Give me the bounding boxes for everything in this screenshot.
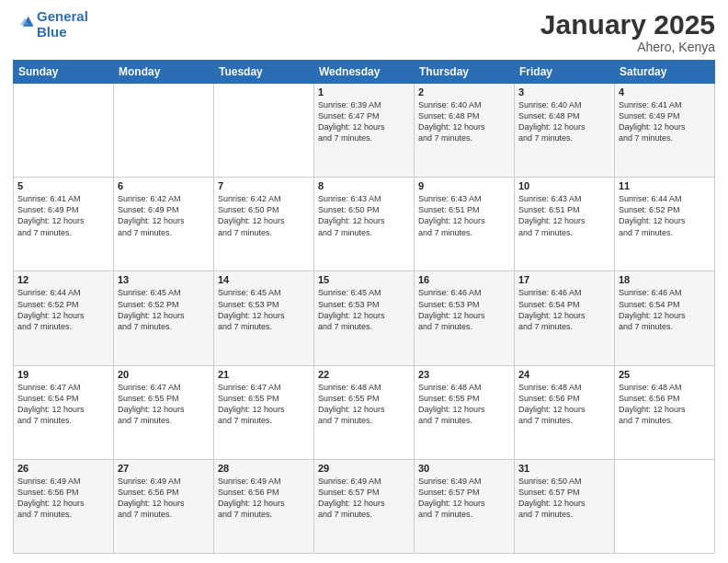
week-row-1: 5Sunrise: 6:41 AM Sunset: 6:49 PM Daylig…: [14, 178, 715, 271]
day-info: Sunrise: 6:40 AM Sunset: 6:48 PM Dayligh…: [418, 99, 510, 144]
day-cell-4-6: [615, 459, 715, 553]
day-info: Sunrise: 6:45 AM Sunset: 6:53 PM Dayligh…: [318, 287, 410, 332]
day-info: Sunrise: 6:47 AM Sunset: 6:54 PM Dayligh…: [17, 382, 109, 427]
day-info: Sunrise: 6:39 AM Sunset: 6:47 PM Dayligh…: [318, 99, 410, 144]
day-number: 10: [518, 180, 610, 191]
day-number: 25: [619, 369, 711, 380]
day-info: Sunrise: 6:41 AM Sunset: 6:49 PM Dayligh…: [17, 193, 109, 238]
day-info: Sunrise: 6:47 AM Sunset: 6:55 PM Dayligh…: [218, 382, 310, 427]
day-number: 20: [118, 369, 210, 380]
day-cell-2-5: 17Sunrise: 6:46 AM Sunset: 6:54 PM Dayli…: [515, 271, 615, 365]
header-cell-tuesday: Tuesday: [214, 61, 314, 84]
logo-icon: [15, 13, 35, 33]
day-info: Sunrise: 6:43 AM Sunset: 6:51 PM Dayligh…: [518, 193, 610, 238]
day-cell-1-6: 11Sunrise: 6:44 AM Sunset: 6:52 PM Dayli…: [615, 178, 715, 271]
title-block: January 2025 Ahero, Kenya: [540, 9, 715, 54]
day-info: Sunrise: 6:44 AM Sunset: 6:52 PM Dayligh…: [619, 193, 711, 238]
day-info: Sunrise: 6:48 AM Sunset: 6:56 PM Dayligh…: [619, 382, 711, 427]
day-number: 29: [318, 463, 410, 474]
day-number: 15: [318, 274, 410, 285]
day-cell-1-0: 5Sunrise: 6:41 AM Sunset: 6:49 PM Daylig…: [14, 178, 114, 271]
day-info: Sunrise: 6:46 AM Sunset: 6:54 PM Dayligh…: [619, 287, 711, 332]
day-cell-2-3: 15Sunrise: 6:45 AM Sunset: 6:53 PM Dayli…: [314, 271, 415, 365]
day-cell-0-5: 3Sunrise: 6:40 AM Sunset: 6:48 PM Daylig…: [515, 84, 615, 178]
day-cell-3-3: 22Sunrise: 6:48 AM Sunset: 6:55 PM Dayli…: [314, 365, 415, 459]
week-row-3: 19Sunrise: 6:47 AM Sunset: 6:54 PM Dayli…: [14, 365, 715, 459]
day-number: 26: [17, 463, 109, 474]
day-number: 11: [619, 180, 711, 191]
day-cell-0-3: 1Sunrise: 6:39 AM Sunset: 6:47 PM Daylig…: [314, 84, 415, 178]
day-cell-0-2: [214, 84, 314, 178]
day-number: 8: [318, 180, 410, 191]
logo-text-line1: General: [37, 9, 88, 25]
calendar-title: January 2025: [540, 9, 715, 40]
day-cell-2-0: 12Sunrise: 6:44 AM Sunset: 6:52 PM Dayli…: [14, 271, 114, 365]
day-cell-0-0: [14, 84, 114, 178]
logo: General Blue: [13, 9, 88, 40]
day-cell-3-5: 24Sunrise: 6:48 AM Sunset: 6:56 PM Dayli…: [515, 365, 615, 459]
day-cell-4-4: 30Sunrise: 6:49 AM Sunset: 6:57 PM Dayli…: [415, 459, 515, 553]
day-info: Sunrise: 6:49 AM Sunset: 6:57 PM Dayligh…: [318, 476, 410, 521]
day-number: 17: [518, 274, 610, 285]
day-cell-0-1: [114, 84, 214, 178]
day-number: 4: [619, 86, 711, 98]
day-cell-4-0: 26Sunrise: 6:49 AM Sunset: 6:56 PM Dayli…: [14, 459, 114, 553]
day-number: 23: [418, 369, 510, 380]
day-info: Sunrise: 6:46 AM Sunset: 6:53 PM Dayligh…: [418, 287, 510, 332]
day-info: Sunrise: 6:45 AM Sunset: 6:52 PM Dayligh…: [118, 287, 210, 332]
day-number: 21: [218, 369, 310, 380]
day-cell-2-2: 14Sunrise: 6:45 AM Sunset: 6:53 PM Dayli…: [214, 271, 314, 365]
day-number: 5: [17, 180, 109, 191]
day-cell-3-1: 20Sunrise: 6:47 AM Sunset: 6:55 PM Dayli…: [114, 365, 214, 459]
day-info: Sunrise: 6:48 AM Sunset: 6:55 PM Dayligh…: [318, 382, 410, 427]
day-cell-1-1: 6Sunrise: 6:42 AM Sunset: 6:49 PM Daylig…: [114, 178, 214, 271]
day-number: 22: [318, 369, 410, 380]
day-cell-2-6: 18Sunrise: 6:46 AM Sunset: 6:54 PM Dayli…: [615, 271, 715, 365]
day-info: Sunrise: 6:42 AM Sunset: 6:50 PM Dayligh…: [218, 193, 310, 238]
header-cell-sunday: Sunday: [14, 61, 114, 84]
day-number: 27: [118, 463, 210, 474]
header-cell-friday: Friday: [515, 61, 615, 84]
day-info: Sunrise: 6:45 AM Sunset: 6:53 PM Dayligh…: [218, 287, 310, 332]
day-info: Sunrise: 6:49 AM Sunset: 6:56 PM Dayligh…: [17, 476, 109, 521]
day-cell-1-5: 10Sunrise: 6:43 AM Sunset: 6:51 PM Dayli…: [515, 178, 615, 271]
day-number: 18: [619, 274, 711, 285]
day-cell-1-4: 9Sunrise: 6:43 AM Sunset: 6:51 PM Daylig…: [415, 178, 515, 271]
day-cell-2-1: 13Sunrise: 6:45 AM Sunset: 6:52 PM Dayli…: [114, 271, 214, 365]
day-number: 19: [17, 369, 109, 380]
day-cell-3-2: 21Sunrise: 6:47 AM Sunset: 6:55 PM Dayli…: [214, 365, 314, 459]
day-cell-4-1: 27Sunrise: 6:49 AM Sunset: 6:56 PM Dayli…: [114, 459, 214, 553]
header-cell-saturday: Saturday: [615, 61, 715, 84]
day-number: 16: [418, 274, 510, 285]
day-info: Sunrise: 6:49 AM Sunset: 6:57 PM Dayligh…: [418, 476, 510, 521]
calendar-subtitle: Ahero, Kenya: [540, 40, 715, 54]
calendar-page: General Blue January 2025 Ahero, Kenya S…: [0, 0, 728, 563]
day-info: Sunrise: 6:43 AM Sunset: 6:50 PM Dayligh…: [318, 193, 410, 238]
day-number: 9: [418, 180, 510, 191]
day-number: 28: [218, 463, 310, 474]
day-cell-4-3: 29Sunrise: 6:49 AM Sunset: 6:57 PM Dayli…: [314, 459, 415, 553]
calendar-table: SundayMondayTuesdayWednesdayThursdayFrid…: [13, 60, 715, 554]
day-info: Sunrise: 6:43 AM Sunset: 6:51 PM Dayligh…: [418, 193, 510, 238]
day-cell-4-2: 28Sunrise: 6:49 AM Sunset: 6:56 PM Dayli…: [214, 459, 314, 553]
week-row-4: 26Sunrise: 6:49 AM Sunset: 6:56 PM Dayli…: [14, 459, 715, 553]
logo-text-line2: Blue: [37, 25, 88, 40]
day-cell-3-4: 23Sunrise: 6:48 AM Sunset: 6:55 PM Dayli…: [415, 365, 515, 459]
week-row-0: 1Sunrise: 6:39 AM Sunset: 6:47 PM Daylig…: [14, 84, 715, 178]
day-info: Sunrise: 6:48 AM Sunset: 6:56 PM Dayligh…: [518, 382, 610, 427]
week-row-2: 12Sunrise: 6:44 AM Sunset: 6:52 PM Dayli…: [14, 271, 715, 365]
day-number: 6: [118, 180, 210, 191]
day-cell-0-4: 2Sunrise: 6:40 AM Sunset: 6:48 PM Daylig…: [415, 84, 515, 178]
day-info: Sunrise: 6:40 AM Sunset: 6:48 PM Dayligh…: [518, 99, 610, 144]
header-row: SundayMondayTuesdayWednesdayThursdayFrid…: [14, 61, 715, 84]
day-info: Sunrise: 6:49 AM Sunset: 6:56 PM Dayligh…: [218, 476, 310, 521]
day-cell-1-2: 7Sunrise: 6:42 AM Sunset: 6:50 PM Daylig…: [214, 178, 314, 271]
day-number: 1: [318, 86, 410, 98]
day-info: Sunrise: 6:46 AM Sunset: 6:54 PM Dayligh…: [518, 287, 610, 332]
day-info: Sunrise: 6:50 AM Sunset: 6:57 PM Dayligh…: [518, 476, 610, 521]
day-number: 3: [518, 86, 610, 98]
day-number: 14: [218, 274, 310, 285]
day-info: Sunrise: 6:41 AM Sunset: 6:49 PM Dayligh…: [619, 99, 711, 144]
header-cell-wednesday: Wednesday: [314, 61, 415, 84]
day-number: 24: [518, 369, 610, 380]
